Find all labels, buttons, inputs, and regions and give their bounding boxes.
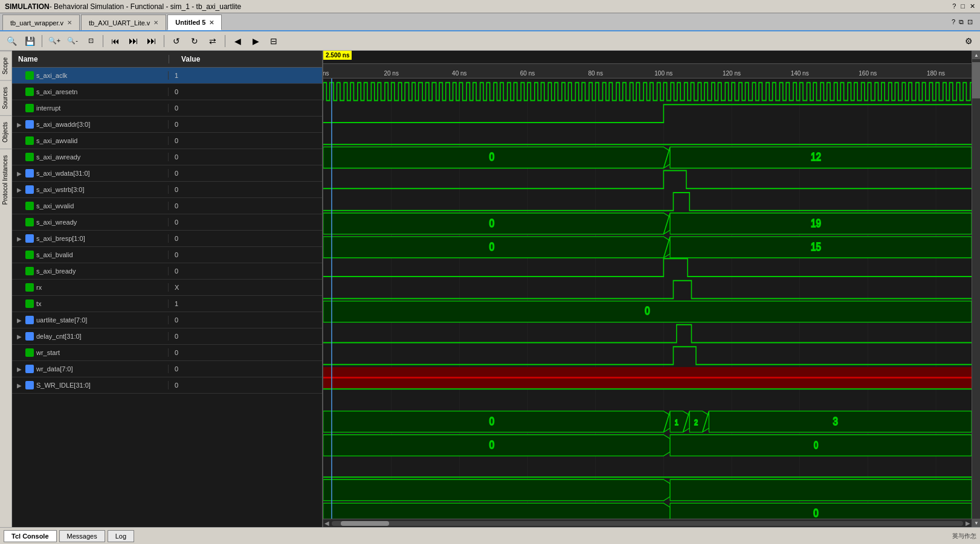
tab-untitled5[interactable]: Untitled 5 ✕ xyxy=(167,14,222,30)
close-button[interactable]: ✕ xyxy=(970,2,975,10)
refresh2-button[interactable]: ↻ xyxy=(187,34,202,48)
signal-icon-green xyxy=(25,71,34,80)
signal-value: 0 xyxy=(169,365,322,373)
vscroll-down-btn[interactable]: ▼ xyxy=(972,519,980,527)
expand-arrow: ▶ xyxy=(17,366,23,373)
signal-row-wr-data[interactable]: ▶ wr_data[7:0] 0 xyxy=(12,361,322,377)
signal-row-bready[interactable]: s_axi_bready 0 xyxy=(12,263,322,280)
signal-name-bresp: ▶ s_axi_bresp[1:0] xyxy=(12,234,169,243)
timeline-ruler[interactable]: 0 ns 20 ns 40 ns 60 ns 80 ns 100 ns 120 … xyxy=(323,64,972,78)
horizontal-scrollbar[interactable]: ◀ ▶ xyxy=(323,519,972,527)
refresh-button[interactable]: ↺ xyxy=(169,34,184,48)
zoom-out-button[interactable]: 🔍- xyxy=(65,34,80,48)
bottom-status-text: 英与作怎 xyxy=(952,532,976,540)
signal-name-awready: s_axi_awready xyxy=(12,153,169,161)
expand-arrow: ▶ xyxy=(17,187,23,193)
expand-arrow xyxy=(17,138,23,144)
signal-label: s_axi_awaddr[3:0] xyxy=(36,121,90,128)
minimize-button[interactable]: ? xyxy=(952,2,956,10)
signal-label: s_axi_awvalid xyxy=(36,137,77,144)
signal-name-wdata: ▶ s_axi_wdata[31:0] xyxy=(12,169,169,178)
signal-label: s_axi_wready xyxy=(36,219,77,226)
vscroll-up-btn[interactable]: ▲ xyxy=(972,51,980,59)
signal-label: s_axi_bresp[1:0] xyxy=(36,235,85,242)
time-label-160ns: 160 ns xyxy=(859,70,877,77)
tab-help-icon[interactable]: ? xyxy=(952,18,955,25)
zoom-in-button[interactable]: 🔍+ xyxy=(47,34,62,48)
signal-row-s-wr-idle[interactable]: ▶ S_WR_IDLE[31:0] 0 xyxy=(12,377,322,394)
signal-value: 0 xyxy=(169,170,322,177)
signal-name-tx: tx xyxy=(12,299,169,308)
waveform-content: Name Value s_axi_aclk 1 xyxy=(12,51,980,527)
scroll-track[interactable] xyxy=(332,521,963,526)
signal-row-wstrb[interactable]: ▶ s_axi_wstrb[3:0] 0 xyxy=(12,182,322,198)
protocol-instances-tab[interactable]: Protocol Instances xyxy=(0,149,11,211)
svg-text:0: 0 xyxy=(645,305,650,318)
sources-tab[interactable]: Sources xyxy=(0,80,11,115)
scroll-thumb[interactable] xyxy=(341,521,389,526)
title-rest: - Behavioral Simulation - Functional - s… xyxy=(50,2,241,11)
tab-pop-icon[interactable]: ⧉ xyxy=(959,18,964,26)
signal-value: 0 xyxy=(169,267,322,275)
signal-row-wvalid[interactable]: s_axi_wvalid 0 xyxy=(12,198,322,214)
signal-row-aresetn[interactable]: s_axi_aresetn 0 xyxy=(12,84,322,100)
start-button[interactable]: ⏭ xyxy=(126,34,141,48)
signal-row-interrupt[interactable]: interrupt 0 xyxy=(12,100,322,117)
signal-row-bvalid[interactable]: s_axi_bvalid 0 xyxy=(12,247,322,263)
signal-label: s_axi_wdata[31:0] xyxy=(36,170,90,177)
signal-icon-green xyxy=(25,348,34,357)
signal-value: 0 xyxy=(169,153,322,161)
center-button[interactable]: ⊟ xyxy=(266,34,282,48)
settings-button[interactable]: ⚙ xyxy=(961,34,976,48)
vscroll-thumb[interactable] xyxy=(972,62,980,98)
signal-row-rx[interactable]: rx X xyxy=(12,280,322,296)
vscroll-track[interactable] xyxy=(972,59,980,519)
signal-row-awvalid[interactable]: s_axi_awvalid 0 xyxy=(12,133,322,149)
tab-log[interactable]: Log xyxy=(108,530,134,542)
toolbar-separator-4 xyxy=(225,35,225,47)
scope-tab[interactable]: Scope xyxy=(0,51,11,80)
time-cursor-bar[interactable]: 2.500 ns xyxy=(323,51,972,64)
signal-row-wr-start[interactable]: wr_start 0 xyxy=(12,345,322,361)
signal-label: s_axi_bready xyxy=(36,267,76,275)
prev-button[interactable]: ⏮ xyxy=(108,34,123,48)
signal-row-wdata[interactable]: ▶ s_axi_wdata[31:0] 0 xyxy=(12,165,322,182)
signal-icon-blue xyxy=(25,169,34,178)
save-button[interactable]: 💾 xyxy=(22,34,37,48)
vertical-scrollbar[interactable]: ▲ ▼ xyxy=(972,51,980,527)
tab-tcl-console[interactable]: Tcl Console xyxy=(4,530,57,542)
search-button[interactable]: 🔍 xyxy=(4,34,19,48)
maximize-button[interactable]: □ xyxy=(961,2,965,10)
objects-tab[interactable]: Objects xyxy=(0,115,11,149)
signal-row-uartlite-state[interactable]: ▶ uartlite_state[7:0] 0 xyxy=(12,312,322,328)
tab-messages[interactable]: Messages xyxy=(59,530,105,542)
next-button[interactable]: ⏭ xyxy=(144,34,160,48)
signal-row-tx[interactable]: tx 1 xyxy=(12,296,322,312)
signal-row-awready[interactable]: s_axi_awready 0 xyxy=(12,149,322,165)
scroll-left-btn[interactable]: ◀ xyxy=(324,520,329,526)
tab-detach-icon[interactable]: ⊡ xyxy=(967,18,973,26)
signal-value: 0 xyxy=(169,333,322,340)
wave-rows[interactable]: 0 12 xyxy=(323,78,972,519)
swap-button[interactable]: ⇄ xyxy=(205,34,221,48)
fit-button[interactable]: ⊡ xyxy=(83,34,98,48)
signal-row-delay-cnt[interactable]: ▶ delay_cnt[31:0] 0 xyxy=(12,328,322,345)
tab-close-icon[interactable]: ✕ xyxy=(209,19,214,26)
signal-icon-blue xyxy=(25,381,34,389)
signal-icon-blue xyxy=(25,332,34,341)
right-button[interactable]: ▶ xyxy=(248,34,263,48)
left-button[interactable]: ◀ xyxy=(230,34,245,48)
scroll-right-btn[interactable]: ▶ xyxy=(965,520,970,526)
tab-tb-axi-uart-lite[interactable]: tb_AXI_UART_Lite.v ✕ xyxy=(81,14,166,30)
wave-display: 2.500 ns 0 ns 20 ns 40 ns 60 ns 80 ns 10… xyxy=(323,51,972,527)
signal-row-bresp[interactable]: ▶ s_axi_bresp[1:0] 0 xyxy=(12,231,322,247)
signal-row-awaddr[interactable]: ▶ s_axi_awaddr[3:0] 0 xyxy=(12,117,322,133)
svg-marker-49 xyxy=(670,479,972,501)
svg-text:0: 0 xyxy=(489,217,494,229)
signal-row-wready[interactable]: s_axi_wready 0 xyxy=(12,214,322,231)
signal-row-s_axi_aclk[interactable]: s_axi_aclk 1 xyxy=(12,68,322,84)
tab-close-icon[interactable]: ✕ xyxy=(67,19,72,26)
tab-close-icon[interactable]: ✕ xyxy=(153,19,158,26)
signal-name-interrupt: interrupt xyxy=(12,104,169,112)
tab-tb-uart-wrapper[interactable]: tb_uart_wrapper.v ✕ xyxy=(2,14,80,30)
